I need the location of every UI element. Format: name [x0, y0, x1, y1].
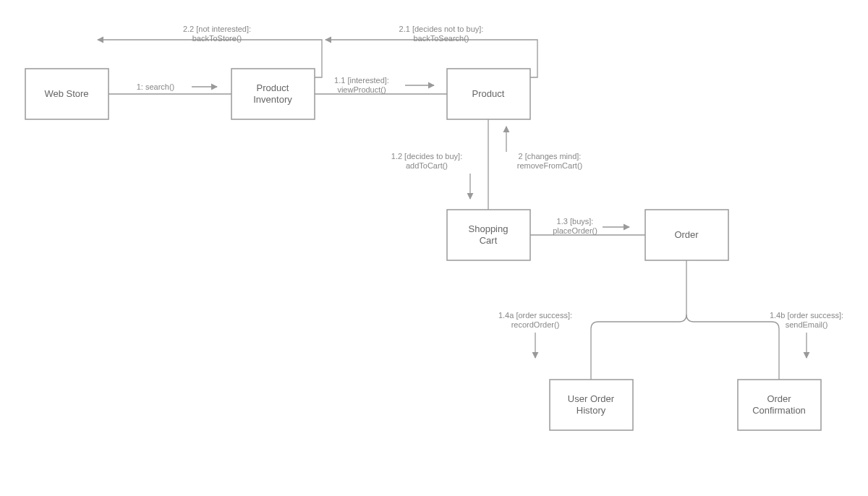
label-back-to-search-2: backToSearch() [413, 34, 469, 43]
label-record-order-2: recordOrder() [511, 320, 560, 329]
node-web-store: Web Store [25, 69, 109, 119]
label-shopping-cart-2: Cart [480, 235, 498, 246]
label-place-order-2: placeOrder() [553, 226, 597, 235]
edge-order-fork: 1.4a [order success]: recordOrder() 1.4b… [498, 260, 843, 380]
node-order-confirmation: Order Confirmation [738, 380, 821, 430]
label-search: 1: search() [137, 82, 175, 91]
label-view-product-2: viewProduct() [337, 85, 386, 94]
label-web-store: Web Store [44, 88, 88, 99]
edge-place-order: 1.3 [buys]: placeOrder() [530, 217, 645, 235]
label-back-to-store-2: backToStore() [192, 34, 242, 43]
label-remove-from-cart-2: removeFromCart() [517, 161, 582, 170]
edge-view-product: 1.1 [interested]: viewProduct() [315, 76, 447, 94]
label-place-order-1: 1.3 [buys]: [557, 217, 594, 226]
label-back-to-store-1: 2.2 [not interested]: [183, 25, 251, 33]
node-user-order-history: User Order History [550, 380, 633, 430]
label-product-inventory-2: Inventory [253, 94, 292, 105]
label-add-to-cart-2: addToCart() [406, 161, 448, 170]
label-back-to-search-1: 2.1 [decides not to buy]: [399, 25, 484, 33]
node-order: Order [645, 210, 728, 260]
node-product: Product [447, 69, 530, 119]
collaboration-diagram: Web Store Product Inventory Product Shop… [0, 0, 868, 496]
label-order: Order [674, 229, 699, 240]
label-remove-from-cart-1: 2 [changes mind]: [519, 152, 582, 161]
label-product: Product [472, 88, 505, 99]
label-send-email-1: 1.4b [order success]: [770, 311, 843, 320]
label-order-confirmation-2: Confirmation [752, 405, 806, 416]
edge-search: 1: search() [109, 82, 231, 94]
label-product-inventory-1: Product [257, 82, 289, 93]
label-view-product-1: 1.1 [interested]: [334, 76, 389, 85]
label-user-order-history-2: History [576, 405, 606, 416]
edge-product-cart: 1.2 [decides to buy]: addToCart() 2 [cha… [391, 119, 582, 210]
label-shopping-cart-1: Shopping [469, 223, 509, 234]
label-record-order-1: 1.4a [order success]: [498, 311, 572, 320]
label-send-email-2: sendEmail() [786, 320, 828, 329]
label-add-to-cart-1: 1.2 [decides to buy]: [391, 152, 462, 161]
node-product-inventory: Product Inventory [231, 69, 315, 119]
node-shopping-cart: Shopping Cart [447, 210, 530, 260]
label-user-order-history-1: User Order [568, 393, 615, 404]
label-order-confirmation-1: Order [767, 393, 791, 404]
